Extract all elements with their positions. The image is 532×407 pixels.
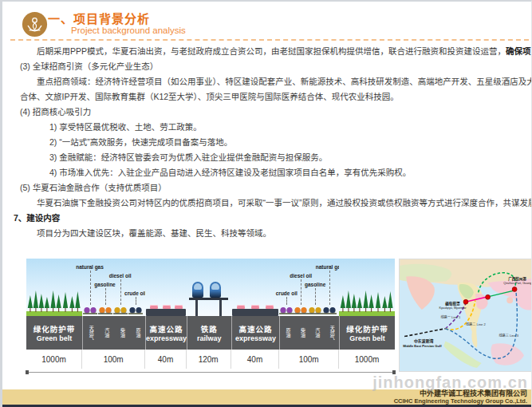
distance-label: 40m (145, 350, 186, 369)
paragraph-text: 2) “一站式”高效服务，快速完成项目备案与落地。 (49, 137, 232, 147)
page-subtitle: Project background analysis (71, 26, 186, 36)
section-label-en: Green belt (349, 334, 385, 342)
pipe-dot-icon (301, 307, 307, 313)
paragraph-text: (3) 全球招商引资（多元化产业生态） (20, 61, 158, 71)
footer-company-en: CCIHC Engineering Technology Group Co.,L… (394, 397, 527, 405)
pipeline-base (128, 313, 143, 314)
pipe-dot-icon (287, 307, 293, 313)
car-icon (251, 305, 259, 309)
pipe-dot-icon (129, 307, 135, 313)
map-line3-label: 线路三 Line 3 (499, 333, 518, 338)
pipe-dot-icon (295, 307, 301, 313)
rail-post (195, 300, 198, 316)
paragraph: 合体、文旅IP开发、国际教育集群（K12至大学）、顶尖三甲医院与国际医养结合体、… (12, 89, 527, 105)
paragraph: (5) 华夏石油金融合作（支持优质项目） (12, 180, 527, 196)
pipe-dot-icon (309, 307, 315, 313)
diagram-sky (339, 259, 395, 316)
paragraph: 华夏石油旗下金融投资公司对特区内的优质招商项目，可采取“一事一议”原则，通过股权… (12, 196, 527, 211)
presentation-slide: 一、项目背景分析 Project background analysis 后期采… (0, 0, 532, 407)
pipeline-callout-line (286, 297, 287, 305)
pipeline-callout-line (120, 279, 121, 305)
pipeline-callout-label: gasoline (94, 282, 115, 287)
pipe-dot-icon (84, 307, 89, 313)
port-dot-qinzhou (512, 287, 517, 292)
diagram-section-road: 高速公路expressway40m (231, 259, 280, 370)
distance-label: 120m (187, 350, 231, 369)
paragraph-text: 4) 市场准入优先：入驻企业产品自动进入经济特区建设及老挝国家项目白名单，享有优… (49, 168, 411, 177)
paragraph-text: 合体、文旅IP开发、国际教育集群（K12至大学）、顶尖三甲医院与国际医养结合体、… (20, 92, 399, 101)
paragraph: 1) 享受特区最优税收、土地、劳工政策。 (12, 120, 527, 135)
train-window (194, 283, 202, 290)
section-label-en: expressway (235, 334, 276, 342)
paragraph-text: 7、建设内容 (14, 213, 60, 223)
pipe-dot-icon (90, 307, 96, 313)
pipeline-base (279, 313, 294, 314)
pipeline-callout-label: diesel oil (109, 273, 132, 279)
diagram-label-band: 绿化防护带Green belt (339, 316, 395, 350)
pipeline-base (83, 313, 97, 314)
paragraph: 重点招商领域：经济特许经营项目（如公用事业）、特区建设配套产业、新能源技术、高科… (12, 74, 527, 89)
pipeline-base (322, 313, 337, 314)
paragraph: 4) 市场准入优先：入驻企业产品自动进入经济特区建设及老挝国家项目白名单，享有优… (12, 165, 527, 180)
trees-icon (26, 284, 82, 316)
diagram-sky (231, 259, 280, 316)
pipeline-dots (309, 307, 321, 313)
lotus-logo-icon (22, 11, 48, 38)
pipe-dot-icon (114, 307, 120, 313)
paragraph-text: (4) 招商核心吸引力 (20, 107, 91, 117)
pipeline-callout-label: natural gas (76, 264, 104, 270)
pipeline-callout-line (105, 288, 106, 305)
paragraph-text: 重点招商领域：经济特许经营项目（如公用事业）、特区建设配套产业、新能源技术、高科… (37, 77, 532, 86)
paragraph: 7、建设内容 (12, 211, 527, 226)
pipe-label-zh: 柴油 (119, 328, 124, 338)
header-divider (10, 39, 529, 41)
distance-label: 40m (231, 350, 280, 369)
road-surface (232, 309, 278, 316)
car-icon (266, 305, 274, 309)
pipeline-dots (129, 307, 141, 313)
pipe-label-zh: 汽油 (104, 328, 109, 338)
diagram-section-greenbelt: 绿化防护带Green belt1000m (339, 259, 395, 370)
port-dot-center (486, 294, 491, 299)
diagram-sky (26, 259, 82, 316)
car-icon (175, 305, 183, 309)
pipe-dot-icon (316, 307, 321, 313)
distance-label: 1000m (339, 350, 395, 369)
distance-label: 100m (82, 350, 145, 369)
paragraph-text: 确保项目可持续性。 (506, 46, 532, 56)
pipe-dot-icon (136, 307, 141, 313)
pipeline-dots (114, 307, 126, 313)
paragraph-text: 后期采用PPP模式，华夏石油出资，与老挝政府成立合资公司，由老挝国家担保机构提供… (37, 46, 506, 56)
map-port2-label-en: Qinzhou Port, Guangxi (503, 282, 532, 285)
map-line1-label: 线路一 Line 1 (440, 314, 460, 319)
section-label-zh: 绿化防护带 (346, 323, 388, 334)
diagram-section-rail: 铁路railway120m (187, 259, 231, 370)
pipeline-callout-line (136, 297, 136, 305)
port-dot-kyaukpyu (463, 299, 468, 304)
paragraph: 3) 金融赋能：经济特区管委会可为优质入驻企业提供金融配资与担保服务。 (12, 150, 527, 165)
pipe-dot-icon (281, 307, 286, 313)
paragraph: 后期采用PPP模式，华夏石油出资，与老挝政府成立合资公司，由老挝国家担保机构提供… (12, 44, 527, 59)
diagram-label-band: 高速公路expressway (231, 316, 280, 350)
pipeline-base (113, 313, 128, 314)
pipeline-dots (295, 307, 307, 313)
map-port1-label-en: Kyaukpyu, Myanmar (439, 306, 467, 310)
trees-icon (339, 284, 395, 316)
route-map: 中东波斯湾 Middle East Persian Gulf 线路一 Line … (399, 259, 532, 372)
map-island-hainan (506, 297, 513, 303)
rail-platform (189, 298, 228, 300)
diagram-section-road: 高速公路expressway40m (145, 259, 186, 370)
pipeline-zh-labels: 天然气汽油柴油原油 (83, 316, 145, 350)
diagram-label-band: 铁路railway (187, 316, 231, 350)
diagram-label-band: 原油柴油汽油天然气 (279, 316, 339, 350)
paragraph-text: 项目分为四大建设区块，覆盖能源、基建、民生、科技等领域。 (37, 228, 271, 238)
pipe-label-zh: 原油 (285, 328, 290, 338)
pipe-dot-icon (330, 307, 336, 313)
diagram-sky (145, 259, 186, 316)
pipe-dot-icon (99, 307, 104, 313)
diagram-sky (187, 259, 231, 316)
map-origin-label-en: Middle East Persian Gulf (403, 344, 442, 348)
car-icon (237, 305, 245, 309)
distance-label: 100m (279, 350, 339, 369)
paragraph: 2) “一站式”高效服务，快速完成项目备案与落地。 (12, 135, 527, 150)
